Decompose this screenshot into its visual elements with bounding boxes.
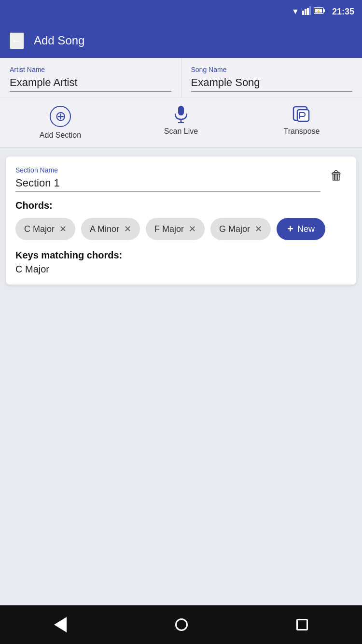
chord-chip-f-major: F Major ✕ bbox=[146, 218, 205, 240]
recents-nav-icon bbox=[296, 619, 308, 630]
remove-c-major[interactable]: ✕ bbox=[59, 225, 67, 233]
svg-rect-0 bbox=[302, 11, 304, 15]
transpose-button[interactable]: Transpose bbox=[241, 106, 362, 140]
signal-icon bbox=[302, 6, 311, 17]
svg-text:⚡: ⚡ bbox=[316, 9, 321, 14]
song-input[interactable] bbox=[191, 76, 353, 92]
artist-label: Artist Name bbox=[10, 66, 171, 73]
section-name-input[interactable] bbox=[15, 177, 320, 192]
chord-name-f-major: F Major bbox=[154, 224, 184, 234]
svg-rect-2 bbox=[307, 8, 309, 15]
battery-icon: ⚡ bbox=[314, 7, 325, 16]
keys-matching-value: C Major bbox=[15, 264, 347, 275]
transpose-icon bbox=[292, 106, 311, 123]
chords-label: Chords: bbox=[15, 200, 347, 211]
chord-name-g-major: G Major bbox=[219, 224, 250, 234]
status-bar: ▼ ⚡ 21:35 bbox=[0, 0, 362, 23]
delete-section-button[interactable]: 🗑 bbox=[326, 166, 347, 185]
mic-icon bbox=[173, 106, 189, 123]
svg-rect-1 bbox=[305, 9, 306, 15]
add-section-icon: ⊕ bbox=[50, 106, 71, 127]
status-icons: ▼ ⚡ 21:35 bbox=[292, 6, 354, 17]
bottom-nav bbox=[0, 605, 362, 644]
svg-rect-5 bbox=[323, 9, 325, 12]
keys-matching-label: Keys matching chords: bbox=[15, 250, 347, 261]
section-name-container: Section Name bbox=[15, 166, 320, 192]
chord-chip-a-minor: A Minor ✕ bbox=[81, 218, 140, 240]
chord-name-c-major: C Major bbox=[24, 224, 55, 234]
nav-recents-button[interactable] bbox=[296, 619, 308, 630]
wifi-icon: ▼ bbox=[292, 7, 299, 16]
status-time: 21:35 bbox=[332, 7, 354, 17]
back-nav-icon bbox=[54, 617, 67, 632]
chords-container: C Major ✕ A Minor ✕ F Major ✕ G Major ✕ … bbox=[15, 218, 347, 240]
home-nav-icon bbox=[175, 618, 188, 631]
action-row: ⊕ Add Section Scan Live bbox=[0, 98, 362, 148]
add-section-label: Add Section bbox=[40, 131, 81, 140]
main-content: Artist Name Song Name ⊕ Add Section bbox=[0, 58, 362, 605]
svg-rect-3 bbox=[309, 6, 311, 15]
chord-chip-g-major: G Major ✕ bbox=[210, 218, 271, 240]
section-name-label: Section Name bbox=[15, 166, 320, 174]
transpose-label: Transpose bbox=[284, 127, 320, 136]
artist-input[interactable] bbox=[10, 76, 171, 92]
app-bar: ← Add Song bbox=[0, 23, 362, 58]
new-button-label: New bbox=[297, 224, 315, 234]
svg-rect-12 bbox=[297, 110, 309, 121]
nav-back-button[interactable] bbox=[54, 617, 67, 632]
artist-field-container: Artist Name bbox=[0, 58, 181, 98]
section-header: Section Name 🗑 bbox=[15, 166, 347, 192]
remove-f-major[interactable]: ✕ bbox=[189, 225, 196, 233]
remove-g-major[interactable]: ✕ bbox=[255, 225, 262, 233]
remove-a-minor[interactable]: ✕ bbox=[124, 225, 131, 233]
nav-home-button[interactable] bbox=[175, 618, 188, 631]
svg-rect-8 bbox=[178, 106, 184, 115]
plus-icon: + bbox=[287, 223, 293, 235]
page-title: Add Song bbox=[34, 34, 84, 47]
chord-chip-c-major: C Major ✕ bbox=[15, 218, 75, 240]
new-chord-button[interactable]: + New bbox=[277, 218, 325, 240]
scan-live-button[interactable]: Scan Live bbox=[121, 106, 241, 140]
chord-name-a-minor: A Minor bbox=[90, 224, 119, 234]
section-card: Section Name 🗑 Chords: C Major ✕ A Minor… bbox=[6, 157, 356, 285]
input-row: Artist Name Song Name bbox=[0, 58, 362, 98]
scan-live-label: Scan Live bbox=[164, 127, 198, 136]
trash-icon: 🗑 bbox=[330, 168, 343, 183]
back-button[interactable]: ← bbox=[10, 32, 24, 49]
song-field-container: Song Name bbox=[181, 58, 362, 98]
song-label: Song Name bbox=[191, 66, 353, 73]
add-section-button[interactable]: ⊕ Add Section bbox=[0, 106, 121, 140]
